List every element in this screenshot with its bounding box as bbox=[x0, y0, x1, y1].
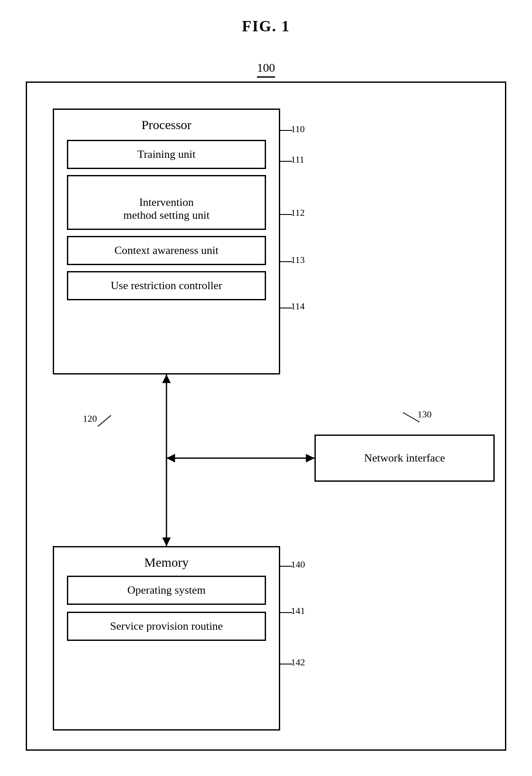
svg-marker-2 bbox=[162, 537, 171, 546]
training-unit-box: Training unit bbox=[67, 140, 266, 169]
svg-marker-5 bbox=[306, 454, 314, 462]
ref-113: 113 bbox=[291, 254, 305, 266]
outer-container: Processor Training unit Intervention met… bbox=[26, 82, 506, 751]
page-title: FIG. 1 bbox=[0, 0, 532, 35]
use-restriction-box: Use restriction controller bbox=[67, 271, 266, 300]
ref-130: 130 bbox=[417, 409, 432, 420]
memory-label: Memory bbox=[54, 555, 279, 570]
ref-line-120 bbox=[97, 415, 111, 427]
ref-line-140 bbox=[280, 566, 292, 567]
diagram-label: 100 bbox=[0, 48, 532, 78]
ref-110: 110 bbox=[291, 124, 305, 135]
ref-line-113 bbox=[280, 261, 292, 262]
ref-line-141 bbox=[280, 612, 292, 613]
memory-box: Memory Operating system Service provisio… bbox=[53, 546, 280, 731]
context-unit-box: Context awareness unit bbox=[67, 236, 266, 265]
processor-label: Processor bbox=[54, 118, 279, 132]
ref-111: 111 bbox=[291, 154, 304, 165]
ref-line-142 bbox=[280, 664, 292, 664]
ref-114: 114 bbox=[291, 301, 305, 312]
ref-141: 141 bbox=[291, 605, 305, 616]
svg-marker-4 bbox=[166, 454, 175, 462]
ref-140: 140 bbox=[291, 559, 305, 570]
ref-line-111 bbox=[280, 161, 292, 162]
service-provision-box: Service provision routine bbox=[67, 612, 266, 641]
svg-marker-1 bbox=[162, 374, 171, 383]
ref-line-112 bbox=[280, 214, 292, 215]
intervention-unit-box: Intervention method setting unit bbox=[67, 175, 266, 230]
processor-box: Processor Training unit Intervention met… bbox=[53, 109, 280, 374]
ref-120: 120 bbox=[83, 413, 97, 424]
ref-line-110 bbox=[280, 130, 292, 131]
ref-142: 142 bbox=[291, 657, 305, 668]
ref-112: 112 bbox=[291, 207, 305, 218]
ref-line-114 bbox=[280, 308, 292, 308]
network-interface-box: Network interface bbox=[314, 435, 495, 482]
operating-system-box: Operating system bbox=[67, 576, 266, 605]
